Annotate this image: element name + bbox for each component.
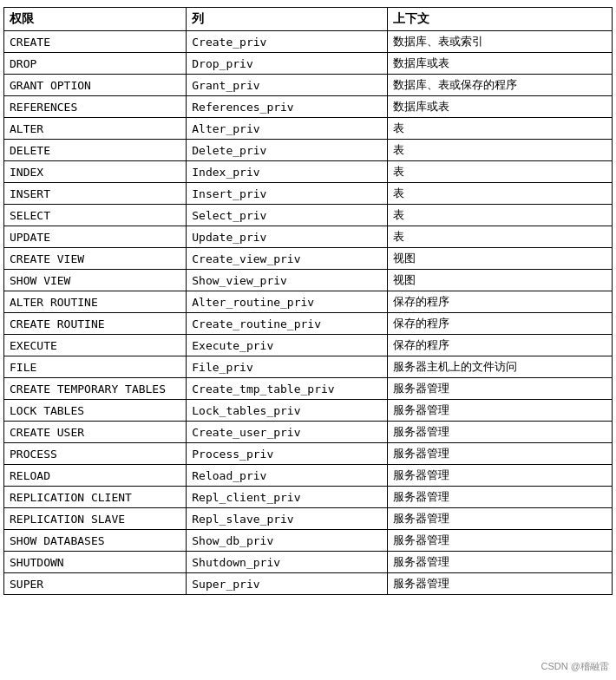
- cell-13-0: CREATE ROUTINE: [4, 313, 187, 335]
- cell-20-0: RELOAD: [4, 465, 187, 487]
- table-row: EXECUTEExecute_priv保存的程序: [4, 335, 613, 356]
- cell-23-2: 服务器管理: [387, 530, 612, 552]
- table-row: INSERTInsert_priv表: [4, 183, 613, 205]
- cell-6-0: INDEX: [4, 161, 187, 183]
- table-row: CREATE USERCreate_user_priv服务器管理: [4, 422, 613, 443]
- cell-1-0: DROP: [4, 53, 187, 75]
- cell-7-0: INSERT: [4, 183, 187, 205]
- table-row: SELECTSelect_priv表: [4, 205, 613, 226]
- header-context: 上下文: [387, 8, 612, 31]
- cell-4-2: 表: [387, 118, 612, 140]
- cell-5-0: DELETE: [4, 140, 187, 161]
- cell-1-2: 数据库或表: [387, 53, 612, 75]
- cell-5-1: Delete_priv: [187, 140, 387, 161]
- cell-20-1: Reload_priv: [187, 465, 387, 487]
- cell-0-1: Create_priv: [187, 31, 387, 53]
- cell-17-1: Lock_tables_priv: [187, 400, 387, 422]
- table-row: UPDATEUpdate_priv表: [4, 226, 613, 248]
- table-row: ALTERAlter_priv表: [4, 118, 613, 140]
- cell-22-1: Repl_slave_priv: [187, 508, 387, 530]
- cell-24-2: 服务器管理: [387, 552, 612, 573]
- cell-20-2: 服务器管理: [387, 465, 612, 487]
- table-row: INDEXIndex_priv表: [4, 161, 613, 183]
- table-row: SUPERSuper_priv服务器管理: [4, 573, 613, 595]
- cell-9-1: Update_priv: [187, 226, 387, 248]
- cell-14-0: EXECUTE: [4, 335, 187, 356]
- table-row: GRANT OPTIONGrant_priv数据库、表或保存的程序: [4, 75, 613, 96]
- cell-9-0: UPDATE: [4, 226, 187, 248]
- table-row: CREATE TEMPORARY TABLESCreate_tmp_table_…: [4, 378, 613, 400]
- table-row: PROCESSProcess_priv服务器管理: [4, 443, 613, 465]
- cell-1-1: Drop_priv: [187, 53, 387, 75]
- cell-21-0: REPLICATION CLIENT: [4, 487, 187, 508]
- cell-11-2: 视图: [387, 270, 612, 291]
- cell-10-1: Create_view_priv: [187, 248, 387, 270]
- cell-24-1: Shutdown_priv: [187, 552, 387, 573]
- cell-18-1: Create_user_priv: [187, 422, 387, 443]
- cell-6-2: 表: [387, 161, 612, 183]
- cell-2-1: Grant_priv: [187, 75, 387, 96]
- table-header-row: 权限 列 上下文: [4, 8, 613, 31]
- table-row: FILEFile_priv服务器主机上的文件访问: [4, 356, 613, 378]
- table-row: ALTER ROUTINEAlter_routine_priv保存的程序: [4, 291, 613, 313]
- cell-17-0: LOCK TABLES: [4, 400, 187, 422]
- table-row: REFERENCESReferences_priv数据库或表: [4, 96, 613, 118]
- cell-17-2: 服务器管理: [387, 400, 612, 422]
- cell-5-2: 表: [387, 140, 612, 161]
- table-row: SHUTDOWNShutdown_priv服务器管理: [4, 552, 613, 573]
- cell-13-2: 保存的程序: [387, 313, 612, 335]
- cell-3-2: 数据库或表: [387, 96, 612, 118]
- cell-24-0: SHUTDOWN: [4, 552, 187, 573]
- watermark: CSDN @稽融雷: [541, 660, 609, 673]
- cell-7-1: Insert_priv: [187, 183, 387, 205]
- table-row: REPLICATION CLIENTRepl_client_priv服务器管理: [4, 487, 613, 508]
- cell-0-2: 数据库、表或索引: [387, 31, 612, 53]
- header-column: 列: [187, 8, 387, 31]
- cell-18-2: 服务器管理: [387, 422, 612, 443]
- cell-23-1: Show_db_priv: [187, 530, 387, 552]
- cell-13-1: Create_routine_priv: [187, 313, 387, 335]
- cell-2-2: 数据库、表或保存的程序: [387, 75, 612, 96]
- cell-10-0: CREATE VIEW: [4, 248, 187, 270]
- table-row: CREATECreate_priv数据库、表或索引: [4, 31, 613, 53]
- table-row: DELETEDelete_priv表: [4, 140, 613, 161]
- cell-19-2: 服务器管理: [387, 443, 612, 465]
- cell-25-2: 服务器管理: [387, 573, 612, 595]
- cell-25-0: SUPER: [4, 573, 187, 595]
- main-container: 权限 列 上下文 CREATECreate_priv数据库、表或索引DROPDr…: [0, 0, 616, 621]
- cell-19-1: Process_priv: [187, 443, 387, 465]
- cell-19-0: PROCESS: [4, 443, 187, 465]
- cell-4-1: Alter_priv: [187, 118, 387, 140]
- cell-21-2: 服务器管理: [387, 487, 612, 508]
- cell-16-1: Create_tmp_table_priv: [187, 378, 387, 400]
- header-privilege: 权限: [4, 8, 187, 31]
- cell-6-1: Index_priv: [187, 161, 387, 183]
- table-row: CREATE ROUTINECreate_routine_priv保存的程序: [4, 313, 613, 335]
- cell-16-2: 服务器管理: [387, 378, 612, 400]
- privileges-table: 权限 列 上下文 CREATECreate_priv数据库、表或索引DROPDr…: [3, 7, 613, 595]
- table-row: SHOW DATABASESShow_db_priv服务器管理: [4, 530, 613, 552]
- cell-18-0: CREATE USER: [4, 422, 187, 443]
- cell-0-0: CREATE: [4, 31, 187, 53]
- table-row: SHOW VIEWShow_view_priv视图: [4, 270, 613, 291]
- cell-15-2: 服务器主机上的文件访问: [387, 356, 612, 378]
- cell-11-1: Show_view_priv: [187, 270, 387, 291]
- cell-14-2: 保存的程序: [387, 335, 612, 356]
- cell-9-2: 表: [387, 226, 612, 248]
- cell-3-1: References_priv: [187, 96, 387, 118]
- cell-21-1: Repl_client_priv: [187, 487, 387, 508]
- cell-22-0: REPLICATION SLAVE: [4, 508, 187, 530]
- table-row: CREATE VIEWCreate_view_priv视图: [4, 248, 613, 270]
- cell-4-0: ALTER: [4, 118, 187, 140]
- cell-25-1: Super_priv: [187, 573, 387, 595]
- cell-8-2: 表: [387, 205, 612, 226]
- cell-7-2: 表: [387, 183, 612, 205]
- cell-2-0: GRANT OPTION: [4, 75, 187, 96]
- cell-8-1: Select_priv: [187, 205, 387, 226]
- cell-22-2: 服务器管理: [387, 508, 612, 530]
- cell-12-1: Alter_routine_priv: [187, 291, 387, 313]
- cell-14-1: Execute_priv: [187, 335, 387, 356]
- table-row: RELOADReload_priv服务器管理: [4, 465, 613, 487]
- table-row: REPLICATION SLAVERepl_slave_priv服务器管理: [4, 508, 613, 530]
- cell-8-0: SELECT: [4, 205, 187, 226]
